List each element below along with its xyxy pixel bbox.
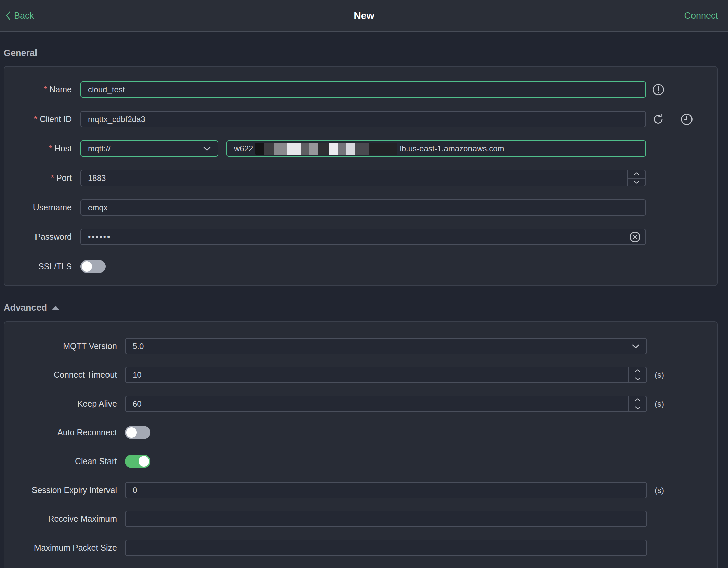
general-section-label: General	[4, 48, 38, 58]
ssl-toggle[interactable]	[80, 260, 106, 273]
host-protocol-value: mqtt://	[81, 144, 111, 153]
form-content: General Name Client ID	[4, 48, 718, 568]
client-id-input[interactable]	[81, 115, 645, 124]
username-input[interactable]	[81, 203, 645, 212]
spinner-up-icon[interactable]	[628, 170, 645, 178]
general-panel: Name Client ID	[4, 66, 718, 286]
name-label: Name	[4, 85, 72, 94]
keep-alive-label: Keep Alive	[4, 399, 117, 409]
spinner-down-icon[interactable]	[629, 404, 646, 412]
auto-reconnect-row: Auto Reconnect	[4, 424, 717, 441]
maximum-packet-size-input[interactable]	[126, 543, 646, 553]
clean-start-toggle[interactable]	[125, 455, 150, 468]
mqtt-version-value: 5.0	[126, 342, 144, 351]
toggle-knob	[126, 427, 137, 438]
maximum-packet-size-label: Maximum Packet Size	[4, 543, 117, 553]
keep-alive-input-box	[125, 396, 647, 412]
refresh-icon[interactable]	[652, 113, 665, 126]
password-row: Password	[4, 229, 717, 245]
page-title: New	[0, 10, 728, 21]
host-redacted-block	[255, 143, 397, 155]
name-row: Name	[4, 81, 717, 98]
top-bar: Back New Connect	[0, 0, 728, 32]
warning-icon	[652, 83, 665, 96]
chevron-down-icon	[631, 339, 640, 354]
port-input-box	[80, 170, 646, 186]
chevron-left-icon	[5, 11, 11, 21]
connect-timeout-row: Connect Timeout (s)	[4, 367, 717, 383]
name-input-box	[80, 81, 646, 98]
clean-start-row: Clean Start	[4, 453, 717, 470]
password-input-box	[80, 229, 646, 245]
maximum-packet-size-input-box	[125, 540, 647, 556]
host-protocol-select[interactable]: mqtt://	[80, 140, 218, 157]
general-section-title: General	[4, 48, 718, 58]
username-row: Username	[4, 199, 717, 216]
chevron-down-icon	[202, 141, 212, 156]
toggle-knob	[139, 456, 149, 467]
clock-icon[interactable]	[680, 113, 693, 126]
session-expiry-input-box	[125, 482, 647, 498]
session-expiry-input[interactable]	[126, 486, 646, 495]
mqtt-version-row: MQTT Version 5.0	[4, 338, 717, 354]
keep-alive-input[interactable]	[126, 399, 646, 409]
keep-alive-row: Keep Alive (s)	[4, 396, 717, 412]
host-label: Host	[4, 144, 72, 153]
ssl-label: SSL/TLS	[4, 262, 72, 271]
clean-start-label: Clean Start	[4, 456, 117, 466]
mqtt-version-label: MQTT Version	[4, 341, 117, 351]
client-id-row: Client ID	[4, 111, 717, 127]
spinner-down-icon[interactable]	[629, 375, 646, 383]
back-button[interactable]: Back	[5, 11, 34, 21]
auto-reconnect-label: Auto Reconnect	[4, 428, 117, 437]
spinner-up-icon[interactable]	[629, 396, 646, 404]
password-label: Password	[4, 232, 72, 242]
host-value-suffix: lb.us-east-1.amazonaws.com	[399, 144, 504, 153]
port-spinner	[627, 170, 645, 186]
receive-maximum-input-box	[125, 511, 647, 527]
keep-alive-spinner	[628, 396, 646, 411]
receive-maximum-row: Receive Maximum	[4, 511, 717, 527]
clear-icon[interactable]	[629, 229, 641, 244]
session-expiry-label: Session Expiry Interval	[4, 485, 117, 495]
spinner-down-icon[interactable]	[628, 178, 645, 186]
spinner-up-icon[interactable]	[629, 367, 646, 375]
back-label: Back	[14, 11, 34, 21]
maximum-packet-size-row: Maximum Packet Size	[4, 540, 717, 556]
connect-timeout-label: Connect Timeout	[4, 370, 117, 380]
name-input[interactable]	[81, 85, 645, 94]
receive-maximum-input[interactable]	[126, 514, 646, 524]
keep-alive-unit: (s)	[655, 399, 664, 409]
session-expiry-unit: (s)	[655, 486, 664, 495]
session-expiry-row: Session Expiry Interval (s)	[4, 482, 717, 498]
client-id-label: Client ID	[4, 114, 72, 124]
password-input[interactable]	[81, 232, 645, 242]
connect-button[interactable]: Connect	[684, 11, 718, 21]
triangle-up-icon	[52, 306, 60, 310]
ssl-row: SSL/TLS	[4, 258, 717, 275]
connect-timeout-spinner	[628, 367, 646, 382]
toggle-knob	[82, 261, 92, 272]
connect-timeout-input[interactable]	[126, 370, 646, 380]
connect-timeout-unit: (s)	[655, 370, 664, 380]
port-label: Port	[4, 173, 72, 183]
username-label: Username	[4, 203, 72, 212]
port-row: Port	[4, 170, 717, 186]
port-input[interactable]	[81, 173, 645, 183]
client-id-input-box	[80, 111, 646, 127]
host-input-box[interactable]: w622 lb.us-east-1.amazonaws.com	[226, 140, 646, 157]
connect-timeout-input-box	[125, 367, 647, 383]
advanced-panel: MQTT Version 5.0 Connect Timeout	[4, 321, 718, 568]
mqtt-version-select[interactable]: 5.0	[125, 338, 647, 354]
username-input-box	[80, 199, 646, 216]
host-row: Host mqtt:// w622 lb.us-east-1.amazonaws…	[4, 140, 717, 157]
receive-maximum-label: Receive Maximum	[4, 514, 117, 524]
advanced-section-toggle[interactable]: Advanced	[4, 303, 718, 313]
advanced-section-label: Advanced	[4, 303, 47, 313]
auto-reconnect-toggle[interactable]	[125, 426, 150, 439]
host-value: w622 lb.us-east-1.amazonaws.com	[227, 143, 504, 155]
host-value-prefix: w622	[234, 144, 253, 153]
